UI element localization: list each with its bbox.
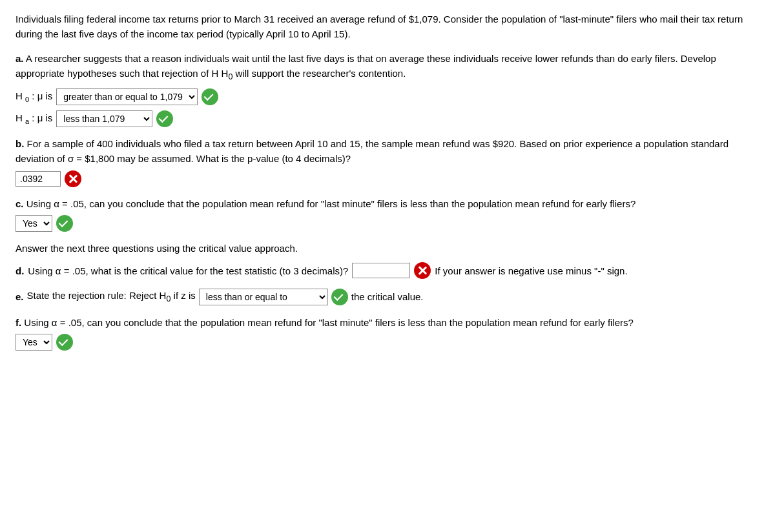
part-d-body: Using α = .05, what is the critical valu…: [28, 263, 348, 278]
part-d-suffix: If your answer is negative use minus "-"…: [435, 263, 627, 278]
part-a-text: a. A researcher suggests that a reason i…: [16, 51, 760, 84]
ha-check-icon: [156, 110, 173, 127]
critical-value-intro: Answer the next three questions using th…: [16, 241, 760, 256]
intro-paragraph: Individuals filing federal income tax re…: [16, 12, 760, 42]
part-c-label: c.: [16, 198, 24, 209]
part-e-label: e.: [16, 289, 24, 304]
part-d-label: d.: [16, 263, 24, 278]
part-d-input[interactable]: [352, 263, 410, 278]
part-b-answer-row: [16, 170, 760, 187]
part-b-incorrect-icon: [65, 170, 81, 187]
ha-row: H a : μ is less than 1,079 greater than …: [16, 110, 760, 127]
part-b-input[interactable]: [16, 171, 61, 187]
part-f-dropdown[interactable]: Yes No: [16, 334, 52, 351]
part-e-check-icon: [331, 289, 348, 305]
part-f-section: f. Using α = .05, can you conclude that …: [16, 315, 760, 351]
part-f-label: f.: [16, 317, 21, 328]
ha-symbol: H a : μ is: [16, 111, 52, 127]
part-c-body: Using α = .05, can you conclude that the…: [26, 198, 636, 209]
part-e-dropdown[interactable]: less than or equal to greater than or eq…: [199, 289, 328, 305]
part-b-text: b. For a sample of 400 individuals who f…: [16, 136, 760, 167]
h0-symbol: H 0 : μ is: [16, 89, 52, 105]
part-d-incorrect-icon: [414, 262, 431, 279]
part-f-body: Using α = .05, can you conclude that the…: [24, 317, 634, 328]
part-c-section: c. Using α = .05, can you conclude that …: [16, 196, 760, 232]
part-a-label: a.: [16, 53, 24, 64]
ha-dropdown[interactable]: less than 1,079 greater than 1,079 equal…: [56, 110, 152, 127]
part-c-text: c. Using α = .05, can you conclude that …: [16, 196, 760, 211]
part-f-text: f. Using α = .05, can you conclude that …: [16, 315, 760, 330]
part-d-section: d. Using α = .05, what is the critical v…: [16, 262, 760, 279]
h0-row: H 0 : μ is greater than or equal to 1,07…: [16, 88, 760, 105]
part-f-check-icon: [56, 334, 73, 351]
part-e-suffix: the critical value.: [351, 289, 424, 304]
part-e-body: State the rejection rule: Reject H0 if z…: [27, 288, 196, 305]
part-b-label: b.: [16, 138, 24, 149]
h0-dropdown[interactable]: greater than or equal to 1,079 less than…: [56, 88, 198, 105]
h0-check-icon: [202, 88, 218, 105]
part-a-body2: will support the researcher's contention…: [236, 68, 406, 79]
part-f-answer-row: Yes No: [16, 334, 760, 351]
part-c-check-icon: [56, 215, 73, 232]
part-b-body: For a sample of 400 individuals who file…: [16, 138, 728, 164]
h0-subscript-ref: H0: [222, 68, 233, 79]
part-b-section: b. For a sample of 400 individuals who f…: [16, 136, 760, 187]
part-c-dropdown[interactable]: Yes No: [16, 215, 52, 232]
part-a-section: a. A researcher suggests that a reason i…: [16, 51, 760, 128]
part-c-answer-row: Yes No: [16, 215, 760, 232]
part-e-section: e. State the rejection rule: Reject H0 i…: [16, 288, 760, 305]
